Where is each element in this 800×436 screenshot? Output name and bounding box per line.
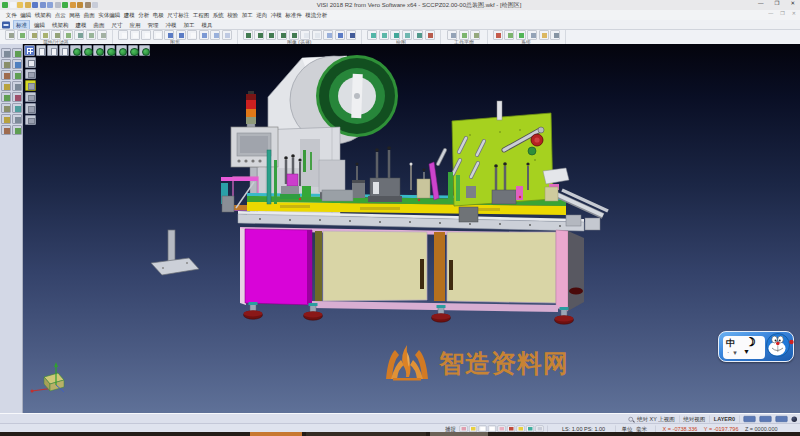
menu-item-建模[interactable]: 建模 [122, 11, 137, 19]
ribbon-icon[interactable] [379, 30, 389, 40]
ribbon-icon[interactable] [367, 30, 377, 40]
status-button-3[interactable] [776, 416, 788, 422]
status-layer[interactable]: LAYER0 [714, 416, 735, 422]
menu-item-网格[interactable]: 网格 [68, 11, 83, 19]
ribbon-tab-模具[interactable]: 模具 [199, 20, 216, 30]
menu-item-模流分析[interactable]: 模流分析 [304, 11, 330, 19]
edit-view-icon[interactable] [59, 45, 70, 56]
ribbon-icon[interactable] [97, 30, 107, 40]
ribbon-icon[interactable] [493, 30, 503, 40]
break-icon[interactable] [12, 59, 22, 69]
ribbon-icon[interactable] [5, 30, 15, 40]
ribbon-icon[interactable] [199, 30, 209, 40]
snap-node-icon[interactable] [526, 425, 534, 432]
dynamic-icon[interactable] [25, 103, 36, 114]
ribbon-icon[interactable] [187, 30, 197, 40]
ribbon-tab-管理[interactable]: 管理 [145, 20, 162, 30]
iso-view-icon[interactable] [70, 45, 81, 56]
hidden-line-icon[interactable] [25, 92, 36, 103]
ime-moon-icon[interactable]: ☽ [745, 335, 756, 349]
ime-toolbar[interactable]: 中 ☽ ▼ · ▾ [718, 331, 794, 362]
copy-icon[interactable] [12, 70, 22, 80]
save-all-icon[interactable] [47, 2, 53, 8]
trim-icon[interactable] [1, 59, 11, 69]
save-as-icon[interactable] [40, 2, 46, 8]
snap-mid-icon[interactable] [469, 425, 477, 432]
maximize-button[interactable]: ❐ [774, 0, 779, 10]
ribbon-tab-建模[interactable]: 建模 [73, 20, 90, 30]
top-view-icon[interactable] [82, 45, 93, 56]
menu-item-编辑[interactable]: 编辑 [19, 11, 34, 19]
ribbon-icon[interactable] [413, 30, 423, 40]
offset-icon[interactable] [12, 92, 22, 102]
left-view-icon[interactable] [116, 45, 127, 56]
section-icon[interactable] [25, 115, 36, 126]
layer-icon[interactable] [12, 103, 22, 113]
print-icon[interactable] [85, 2, 91, 8]
measure-icon[interactable] [1, 103, 11, 113]
taskbar-app-gray[interactable] [430, 432, 488, 436]
ime-skin-icon[interactable]: ▼ [743, 348, 750, 355]
open-recent-icon[interactable] [25, 2, 31, 8]
ribbon-icon[interactable] [243, 30, 253, 40]
menu-item-系统[interactable]: 系统 [211, 11, 226, 19]
menu-item-冲模[interactable]: 冲模 [269, 11, 284, 19]
scale-icon[interactable] [1, 92, 11, 102]
snap-center-icon[interactable] [479, 425, 487, 432]
layout-icon[interactable] [47, 45, 58, 56]
ribbon-icon[interactable] [425, 30, 435, 40]
menu-item-点云[interactable]: 点云 [53, 11, 68, 19]
explode-icon[interactable] [1, 125, 11, 135]
snap-end-icon[interactable] [460, 425, 468, 432]
menu-item-曲面[interactable]: 曲面 [82, 11, 97, 19]
ribbon-icon[interactable] [141, 30, 151, 40]
menu-item-校验[interactable]: 校验 [226, 11, 241, 19]
front-view-icon[interactable] [93, 45, 104, 56]
ribbon-icon[interactable] [74, 30, 84, 40]
new-window-icon[interactable] [36, 45, 47, 56]
open-folder-icon[interactable] [17, 2, 23, 8]
mirror-icon[interactable] [12, 81, 22, 91]
ribbon-icon[interactable] [17, 30, 27, 40]
new-file-icon[interactable] [10, 2, 16, 8]
visi-logo-icon[interactable] [2, 2, 8, 8]
menu-item-标准件[interactable]: 标准件 [284, 11, 304, 19]
right-view-icon[interactable] [105, 45, 116, 56]
ribbon-tab-标准[interactable]: 标准 [13, 20, 30, 30]
status-view-abs[interactable]: 绝对视图 [683, 415, 705, 423]
bottom-view-icon[interactable] [139, 45, 150, 56]
delta-icon[interactable] [55, 2, 61, 8]
circle-icon[interactable] [62, 2, 68, 8]
menu-item-电极[interactable]: 电极 [151, 11, 166, 19]
ribbon-icon[interactable] [210, 30, 220, 40]
menu-item-工程图[interactable]: 工程图 [191, 11, 211, 19]
menu-item-文件[interactable]: 文件 [4, 11, 19, 19]
snap-perp-icon[interactable] [507, 425, 515, 432]
tab-launcher-button[interactable] [2, 22, 10, 29]
group-icon[interactable] [12, 114, 22, 124]
snap-grid-icon[interactable] [536, 425, 544, 432]
ribbon-tab-尺寸[interactable]: 尺寸 [109, 20, 126, 30]
move-icon[interactable] [1, 70, 11, 80]
status-button-2[interactable] [760, 416, 772, 422]
snap-quad-icon[interactable] [488, 425, 496, 432]
ribbon-icon[interactable] [130, 30, 140, 40]
ribbon-tab-线架构[interactable]: 线架构 [49, 20, 72, 30]
ribbon-icon[interactable] [550, 30, 560, 40]
mdi-close-button[interactable]: ✕ [792, 10, 796, 20]
ribbon-icon[interactable] [153, 30, 163, 40]
snap-int-icon[interactable] [498, 425, 506, 432]
erase-icon[interactable] [12, 48, 22, 58]
ribbon-tab-加工[interactable]: 加工 [181, 20, 198, 30]
taskbar-app-orange[interactable] [250, 432, 302, 436]
menu-item-加工[interactable]: 加工 [240, 11, 255, 19]
filter-icon[interactable] [12, 125, 22, 135]
save-icon[interactable] [32, 2, 38, 8]
magnifier-icon[interactable] [629, 417, 634, 422]
mdi-restore-button[interactable]: ❐ [780, 10, 784, 20]
status-sphere-icon[interactable] [792, 416, 798, 422]
snap-tan-icon[interactable] [517, 425, 525, 432]
close-button[interactable]: ✕ [790, 0, 795, 10]
ribbon-icon[interactable] [118, 30, 128, 40]
ribbon-icon[interactable] [335, 30, 345, 40]
